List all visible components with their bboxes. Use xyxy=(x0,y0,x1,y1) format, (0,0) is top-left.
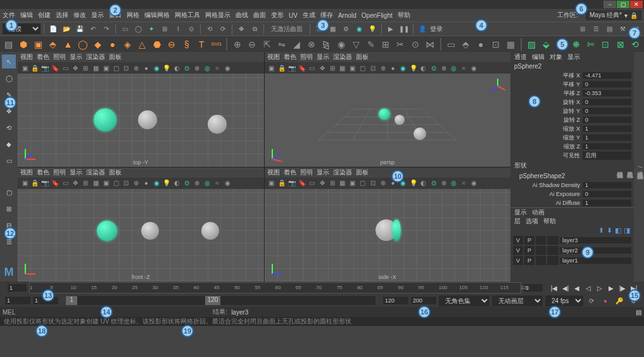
uv-auto-icon[interactable]: ⊡ xyxy=(489,37,502,51)
layer-playback-toggle[interactable]: P xyxy=(524,256,534,265)
vp-menu-shading[interactable]: 着色 xyxy=(37,53,49,62)
vp-lights-icon[interactable]: 💡 xyxy=(162,63,171,72)
vp-bookmark-icon[interactable]: 🔖 xyxy=(51,63,60,72)
command-line[interactable]: MEL 结果: layer3 ▤ xyxy=(0,307,644,317)
history-off-icon[interactable]: ⟳ xyxy=(217,23,229,35)
loop-icon[interactable]: ⟳ xyxy=(586,295,597,306)
layout-four-icon[interactable]: ⊞ xyxy=(2,202,16,216)
mode-combo[interactable]: 建模 xyxy=(3,23,41,34)
poly-plane-icon[interactable]: ◆ xyxy=(92,37,104,51)
poly-sphere-icon[interactable]: ⬢ xyxy=(17,37,29,51)
layout-single-icon[interactable]: ▢ xyxy=(2,185,16,199)
side-tab-channelbox[interactable]: 通道盒/层编辑器 xyxy=(635,166,644,168)
layer-playback-toggle[interactable]: P xyxy=(524,236,534,245)
tab-object[interactable]: 对象 xyxy=(550,53,562,62)
close-button[interactable]: ✕ xyxy=(630,1,643,8)
vp-2d-pan-icon[interactable]: ✥ xyxy=(71,63,80,72)
new-scene-icon[interactable]: 📄 xyxy=(47,23,59,35)
sym-icon[interactable]: ⧉ xyxy=(249,23,260,35)
layer-type-cell[interactable] xyxy=(536,256,546,265)
menu-mesh[interactable]: 网格 xyxy=(127,11,139,20)
svg-tool-icon[interactable]: SVG xyxy=(210,37,222,51)
attr-value[interactable]: 0 xyxy=(583,108,631,114)
vp-wireframe-icon[interactable]: ⊕ xyxy=(132,63,141,72)
character-set-combo[interactable]: 无角色集 xyxy=(439,295,489,306)
menu-display[interactable]: 显示 xyxy=(91,11,104,20)
sphere-2-front[interactable] xyxy=(141,222,159,240)
anim-layer-combo[interactable]: 无动画层 xyxy=(492,295,543,306)
vp-textured-icon[interactable]: ◉ xyxy=(152,63,161,72)
layer-menu-layers[interactable]: 层 xyxy=(514,217,521,226)
vp-gate-mask-icon[interactable]: ▢ xyxy=(111,63,120,72)
redo-icon[interactable]: ↷ xyxy=(101,23,112,35)
sphere-selected-side[interactable] xyxy=(392,219,401,241)
viewcube-icon[interactable] xyxy=(489,77,507,95)
mirror-icon[interactable]: ⧎ xyxy=(320,37,332,51)
menu-meshtools[interactable]: 网格工具 xyxy=(175,11,200,20)
hypershade-icon[interactable]: ◉ xyxy=(353,23,365,35)
menu-edit[interactable]: 编辑 xyxy=(20,11,33,20)
uv-spherical-icon[interactable]: ● xyxy=(475,37,487,51)
vp-safe-icon[interactable]: ⊡ xyxy=(122,63,130,72)
attr-value[interactable]: 1 xyxy=(583,182,631,188)
attr-value[interactable]: 0 xyxy=(583,191,631,197)
script-editor-icon[interactable]: ▤ xyxy=(636,309,641,316)
poly-cube-icon[interactable]: ▣ xyxy=(32,37,44,51)
login-label[interactable]: 登录 xyxy=(430,25,443,34)
range-end-field[interactable] xyxy=(411,297,436,304)
panel-layout-icon[interactable]: ⊞ xyxy=(577,23,588,35)
light-editor-icon[interactable]: 💡 xyxy=(367,23,378,35)
range-thumb-out[interactable]: 120 xyxy=(205,296,220,305)
layout-two-icon[interactable]: ⊟ xyxy=(2,218,16,232)
poly-pyramid-icon[interactable]: △ xyxy=(136,37,148,51)
uv-planar-icon[interactable]: ▭ xyxy=(445,37,457,51)
sphere-2-persp[interactable] xyxy=(395,115,405,125)
script-lang-label[interactable]: MEL xyxy=(3,309,16,316)
layer-color-swatch[interactable] xyxy=(547,256,559,265)
paint-tool[interactable]: ✎ xyxy=(2,88,16,101)
layer-color-swatch[interactable] xyxy=(547,236,559,245)
tool-settings-toggle-icon[interactable]: ⚒ xyxy=(617,23,628,35)
tab-edit[interactable]: 编辑 xyxy=(532,53,545,62)
xgen-cut-icon[interactable]: ✄ xyxy=(584,37,597,51)
move-tool[interactable]: ✥ xyxy=(2,104,16,118)
play-back-icon[interactable]: ◁ xyxy=(583,283,593,292)
menu-deform[interactable]: 变形 xyxy=(271,11,284,20)
vp-shadows-icon[interactable]: ◐ xyxy=(172,63,181,72)
menu-openflight[interactable]: OpenFlight xyxy=(362,12,393,19)
menu-create[interactable]: 创建 xyxy=(38,11,51,20)
layer-name[interactable]: layer3 xyxy=(560,237,631,243)
vp-menu-panels[interactable]: 面板 xyxy=(109,53,122,62)
playblast-icon[interactable]: ▶ xyxy=(385,23,396,35)
outliner-toggle-icon[interactable]: ☰ xyxy=(590,23,602,35)
layer-menu-help[interactable]: 帮助 xyxy=(543,217,556,226)
poly-pipe-icon[interactable]: ⊖ xyxy=(166,37,178,51)
bridge-icon[interactable]: ⇋ xyxy=(275,37,287,51)
layer-move-down-icon[interactable]: ⬇ xyxy=(607,226,612,235)
target-weld-icon[interactable]: ⊙ xyxy=(409,37,421,51)
layer-row[interactable]: VPlayer2 xyxy=(513,245,631,256)
xgen-clump-icon[interactable]: ❋ xyxy=(570,37,582,51)
snap-curve-icon[interactable]: ⌇ xyxy=(172,23,184,35)
layer-move-up-icon[interactable]: ⬆ xyxy=(598,226,604,235)
vp-side-canvas[interactable]: side -X xyxy=(265,189,511,282)
menu-help[interactable]: 帮助 xyxy=(398,11,410,20)
history-icon[interactable]: ⟲ xyxy=(204,23,215,35)
vp-isolate-icon[interactable]: ⊙ xyxy=(182,63,191,72)
attr-value[interactable]: -0.353 xyxy=(583,90,631,96)
menu-meshdisplay[interactable]: 网格显示 xyxy=(205,11,230,20)
open-scene-icon[interactable]: 📂 xyxy=(61,23,72,35)
xgen-convert-icon[interactable]: ⟲ xyxy=(629,37,641,51)
vp-image-plane-icon[interactable]: ▭ xyxy=(61,63,70,72)
xgen-place-icon[interactable]: ⊡ xyxy=(600,37,612,51)
xform-icon[interactable]: ✥ xyxy=(236,23,247,35)
viewport-persp[interactable]: 视图着色照明显示渲染器面板 ▣🔒📷🔖▭✥⊞▦▣▢⊡⊕●◉💡◐⊙⊗◎≈◉ pers… xyxy=(265,52,511,167)
poly-cylinder-icon[interactable]: ⬘ xyxy=(47,37,59,51)
step-back-icon[interactable]: ◀ xyxy=(572,283,582,292)
attr-value[interactable]: 启用 xyxy=(583,152,631,160)
menu-file[interactable]: 文件 xyxy=(3,11,15,20)
menu-select[interactable]: 选择 xyxy=(56,11,68,20)
go-to-start-icon[interactable]: |◀ xyxy=(549,283,559,292)
object-name[interactable]: pSphere2 xyxy=(510,62,634,71)
separate-icon[interactable]: ⊖ xyxy=(246,37,258,51)
